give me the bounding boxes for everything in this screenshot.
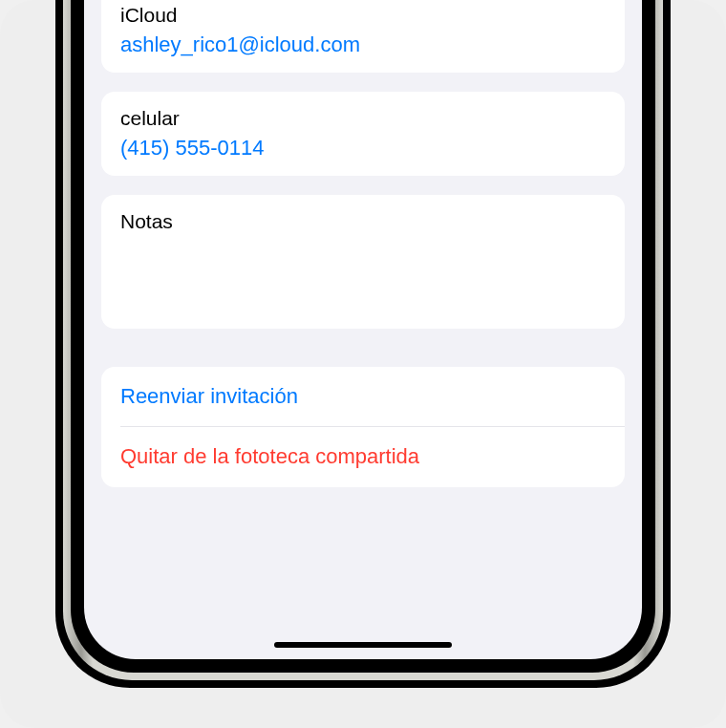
icloud-field[interactable]: iCloud ashley_rico1@icloud.com — [101, 0, 625, 73]
icloud-card[interactable]: iCloud ashley_rico1@icloud.com — [101, 0, 625, 73]
phone-value[interactable]: (415) 555-0114 — [120, 134, 606, 162]
icloud-value[interactable]: ashley_rico1@icloud.com — [120, 31, 606, 59]
phone-card[interactable]: celular (415) 555-0114 — [101, 92, 625, 176]
phone-screen: iCloud ashley_rico1@icloud.com celular (… — [84, 0, 642, 659]
outer-container: iCloud ashley_rico1@icloud.com celular (… — [0, 0, 726, 728]
notes-label: Notas — [120, 208, 606, 235]
phone-label: celular — [120, 105, 606, 132]
home-indicator[interactable] — [274, 642, 452, 648]
icloud-label: iCloud — [120, 2, 606, 29]
resend-invitation-button[interactable]: Reenviar invitación — [101, 367, 625, 426]
contact-detail-content: iCloud ashley_rico1@icloud.com celular (… — [84, 0, 642, 487]
phone-field[interactable]: celular (415) 555-0114 — [101, 92, 625, 176]
notes-field[interactable]: Notas — [101, 195, 625, 248]
remove-from-shared-library-button[interactable]: Quitar de la fototeca compartida — [101, 427, 625, 486]
notes-card[interactable]: Notas — [101, 195, 625, 329]
actions-card: Reenviar invitación Quitar de la fototec… — [101, 367, 625, 487]
phone-frame: iCloud ashley_rico1@icloud.com celular (… — [55, 0, 671, 688]
